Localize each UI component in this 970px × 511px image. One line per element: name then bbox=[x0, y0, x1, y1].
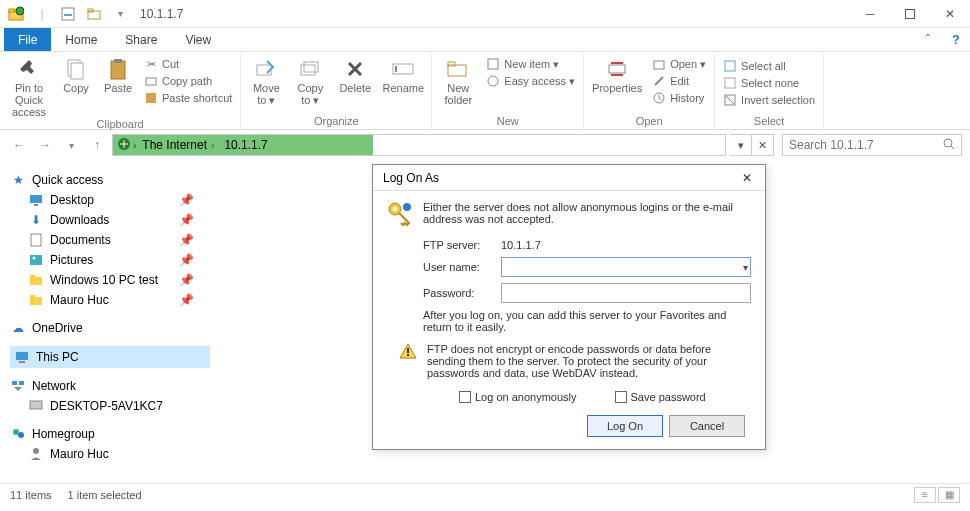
dropdown-icon[interactable]: ▾ bbox=[743, 262, 748, 273]
tab-home[interactable]: Home bbox=[51, 28, 111, 51]
pin-icon: 📌 bbox=[179, 273, 194, 287]
chevron-icon[interactable]: › bbox=[211, 140, 214, 151]
easy-access-button[interactable]: Easy access ▾ bbox=[482, 73, 579, 89]
username-input[interactable] bbox=[506, 261, 746, 273]
search-box[interactable] bbox=[782, 134, 962, 156]
svg-rect-52 bbox=[407, 354, 409, 356]
nav-item-desktop[interactable]: Desktop📌 bbox=[10, 190, 210, 210]
password-label: Password: bbox=[423, 287, 493, 299]
nav-homegroup[interactable]: Homegroup bbox=[10, 424, 210, 444]
new-item-button[interactable]: New item ▾ bbox=[482, 56, 579, 72]
new-folder-icon[interactable] bbox=[82, 3, 106, 25]
copy-to-button[interactable]: Copy to ▾ bbox=[289, 54, 331, 106]
nav-this-pc[interactable]: This PC bbox=[10, 346, 210, 368]
breadcrumb-segment[interactable]: 10.1.1.7 bbox=[220, 138, 271, 152]
downloads-icon: ⬇ bbox=[28, 212, 44, 228]
username-label: User name: bbox=[423, 261, 493, 273]
select-none-button[interactable]: Select none bbox=[719, 75, 819, 91]
details-view-button[interactable]: ≡ bbox=[914, 487, 936, 503]
ribbon: Pin to Quick access Copy Paste ✂Cut Copy… bbox=[0, 52, 970, 130]
nav-onedrive[interactable]: ☁OneDrive bbox=[10, 318, 210, 338]
back-button[interactable]: ← bbox=[8, 134, 30, 156]
ribbon-group-organize: Move to ▾ Copy to ▾ Delete Rename Organi… bbox=[241, 52, 432, 129]
cancel-button[interactable]: Cancel bbox=[669, 415, 745, 437]
properties-icon[interactable] bbox=[56, 3, 80, 25]
copy-button[interactable]: Copy bbox=[56, 54, 96, 94]
password-input[interactable] bbox=[506, 287, 746, 299]
nav-item-documents[interactable]: Documents📌 bbox=[10, 230, 210, 250]
svg-rect-19 bbox=[448, 65, 466, 76]
open-button[interactable]: Open ▾ bbox=[648, 56, 710, 72]
dialog-close-button[interactable]: ✕ bbox=[735, 168, 759, 188]
search-icon[interactable] bbox=[943, 138, 955, 153]
move-to-button[interactable]: Move to ▾ bbox=[245, 54, 287, 106]
nav-item-folder[interactable]: Mauro Huc📌 bbox=[10, 290, 210, 310]
group-label-organize: Organize bbox=[245, 115, 427, 129]
svg-rect-9 bbox=[71, 63, 83, 79]
nav-item-pictures[interactable]: Pictures📌 bbox=[10, 250, 210, 270]
invert-selection-icon bbox=[723, 93, 737, 107]
breadcrumb-segment[interactable]: The Internet› bbox=[138, 138, 218, 152]
close-button[interactable]: ✕ bbox=[930, 0, 970, 28]
dialog-message: Either the server does not allow anonymo… bbox=[423, 201, 751, 225]
chevron-icon[interactable]: › bbox=[133, 140, 136, 151]
keys-icon bbox=[387, 201, 413, 229]
ribbon-group-new: New folder New item ▾ Easy access ▾ New bbox=[432, 52, 584, 129]
nav-item-user[interactable]: Mauro Huc bbox=[10, 444, 210, 464]
status-bar: 11 items 1 item selected ≡ ▦ bbox=[0, 483, 970, 505]
password-field[interactable] bbox=[501, 283, 751, 303]
search-input[interactable] bbox=[789, 138, 943, 152]
properties-button[interactable]: Properties bbox=[588, 54, 646, 94]
edit-icon bbox=[652, 74, 666, 88]
pin-to-quick-access-button[interactable]: Pin to Quick access bbox=[4, 54, 54, 118]
address-bar[interactable]: › The Internet› 10.1.1.7 bbox=[112, 134, 726, 156]
invert-selection-button[interactable]: Invert selection bbox=[719, 92, 819, 108]
anonymous-checkbox[interactable]: Log on anonymously bbox=[459, 391, 577, 403]
dialog-warning-text: FTP does not encrypt or encode passwords… bbox=[427, 343, 751, 379]
edit-button[interactable]: Edit bbox=[648, 73, 710, 89]
rename-button[interactable]: Rename bbox=[379, 54, 427, 94]
app-icon[interactable] bbox=[4, 3, 28, 25]
dialog-titlebar: Log On As ✕ bbox=[373, 165, 765, 191]
minimize-button[interactable]: ─ bbox=[850, 0, 890, 28]
pin-icon: 📌 bbox=[179, 193, 194, 207]
warning-icon bbox=[399, 343, 419, 361]
paste-button[interactable]: Paste bbox=[98, 54, 138, 94]
tab-share[interactable]: Share bbox=[111, 28, 171, 51]
qat-customize-icon[interactable]: ▾ bbox=[108, 3, 132, 25]
delete-button[interactable]: Delete bbox=[333, 54, 377, 94]
svg-rect-43 bbox=[19, 381, 24, 385]
save-password-checkbox[interactable]: Save password bbox=[615, 391, 706, 403]
nav-item-computer[interactable]: DESKTOP-5AV1KC7 bbox=[10, 396, 210, 416]
nav-item-downloads[interactable]: ⬇Downloads📌 bbox=[10, 210, 210, 230]
nav-network[interactable]: Network bbox=[10, 376, 210, 396]
username-combobox[interactable]: ▾ bbox=[501, 257, 751, 277]
help-icon[interactable]: ? bbox=[942, 28, 970, 51]
thumbnails-view-button[interactable]: ▦ bbox=[938, 487, 960, 503]
new-folder-button[interactable]: New folder bbox=[436, 54, 480, 106]
copy-path-button[interactable]: Copy path bbox=[140, 73, 236, 89]
svg-point-45 bbox=[13, 429, 19, 435]
maximize-button[interactable] bbox=[890, 0, 930, 28]
paste-shortcut-button[interactable]: Paste shortcut bbox=[140, 90, 236, 106]
svg-rect-34 bbox=[30, 255, 42, 265]
network-icon bbox=[10, 378, 26, 394]
nav-quick-access[interactable]: ★Quick access bbox=[10, 170, 210, 190]
history-button[interactable]: History bbox=[648, 90, 710, 106]
computer-icon bbox=[14, 349, 30, 365]
computer-icon bbox=[28, 398, 44, 414]
ribbon-collapse-icon[interactable]: ˆ bbox=[914, 28, 942, 51]
nav-item-folder[interactable]: Windows 10 PC test📌 bbox=[10, 270, 210, 290]
recent-locations-button[interactable]: ▾ bbox=[60, 134, 82, 156]
up-button[interactable]: ↑ bbox=[86, 134, 108, 156]
select-all-button[interactable]: Select all bbox=[719, 58, 819, 74]
tab-file[interactable]: File bbox=[4, 28, 51, 51]
address-dropdown-button[interactable]: ▾ bbox=[730, 134, 752, 156]
svg-point-46 bbox=[18, 432, 24, 438]
cut-button[interactable]: ✂Cut bbox=[140, 56, 236, 72]
stop-refresh-button[interactable]: ✕ bbox=[752, 134, 774, 156]
new-folder-icon bbox=[444, 56, 472, 82]
forward-button[interactable]: → bbox=[34, 134, 56, 156]
logon-button[interactable]: Log On bbox=[587, 415, 663, 437]
tab-view[interactable]: View bbox=[171, 28, 225, 51]
